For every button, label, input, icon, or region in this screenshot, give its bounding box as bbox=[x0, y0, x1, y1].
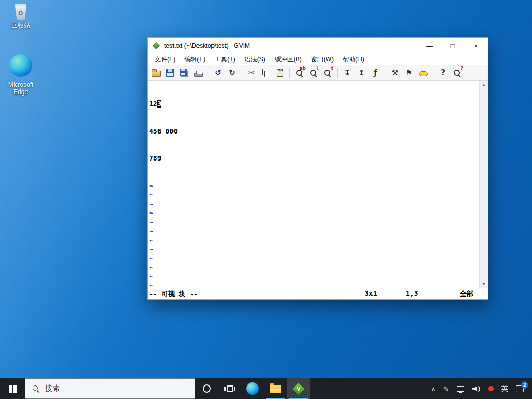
taskbar-search-box[interactable]: 搜索 bbox=[25, 378, 195, 399]
language-indicator[interactable]: 英 bbox=[501, 384, 508, 393]
buffer-line: 789 bbox=[149, 154, 478, 163]
close-button[interactable]: × bbox=[464, 38, 488, 54]
save-file-button[interactable] bbox=[164, 66, 177, 79]
run-script-icon: ƒ bbox=[374, 69, 377, 77]
minimize-button[interactable]: — bbox=[418, 38, 441, 54]
find-replace-overlay: ab bbox=[299, 66, 306, 71]
empty-line-tilde: ~ bbox=[149, 227, 478, 236]
find-prev-button[interactable]: ↑ bbox=[321, 66, 334, 79]
help-icon: ? bbox=[441, 69, 445, 77]
search-placeholder: 搜索 bbox=[45, 384, 60, 393]
menu-buffers[interactable]: 缓冲区(B) bbox=[270, 54, 307, 65]
tag-jump-button[interactable] bbox=[417, 66, 430, 79]
text-area[interactable]: 123 456 000 789 ~~~~~~~~~~~~~~~~~~~~ ▲ ▼ bbox=[148, 81, 488, 288]
find-help-button[interactable]: ? bbox=[450, 66, 463, 79]
toolbar-separator bbox=[208, 68, 208, 78]
start-button[interactable] bbox=[0, 378, 25, 399]
pen-tray-icon[interactable]: ✎ bbox=[443, 385, 449, 393]
empty-line-tilde: ~ bbox=[149, 208, 478, 218]
cortana-button[interactable] bbox=[195, 378, 218, 399]
toolbar-separator bbox=[337, 68, 338, 78]
save-file-icon bbox=[166, 69, 174, 77]
undo-icon: ↺ bbox=[215, 69, 221, 77]
scroll-position: 全部 bbox=[460, 289, 473, 299]
print-button[interactable] bbox=[192, 66, 205, 79]
make-icon: ⚒ bbox=[392, 69, 398, 77]
taskbar-explorer-button[interactable] bbox=[264, 378, 287, 399]
task-view-icon bbox=[227, 385, 233, 392]
paste-icon bbox=[277, 69, 283, 77]
menu-edit[interactable]: 编辑(E) bbox=[180, 54, 210, 65]
load-session-icon: ↧ bbox=[344, 69, 351, 77]
alert-tray-icon[interactable] bbox=[488, 386, 494, 391]
build-tags-button[interactable]: ⚑ bbox=[403, 66, 416, 79]
taskbar-edge-button[interactable] bbox=[241, 378, 264, 399]
window-title: test.txt (~\Desktop\test) - GVIM bbox=[164, 42, 418, 49]
desktop-icon-edge[interactable]: Microsoft Edge bbox=[4, 54, 37, 96]
cortana-icon bbox=[203, 384, 211, 393]
buffer[interactable]: 123 456 000 789 ~~~~~~~~~~~~~~~~~~~~ bbox=[149, 81, 478, 288]
load-session-button[interactable]: ↧ bbox=[341, 66, 354, 79]
toolbar: ↺↻✂ab↓↑↧↥ƒ⚒⚑?? bbox=[148, 65, 488, 81]
system-tray: ∧ ✎ 英 2 bbox=[431, 378, 532, 399]
edge-icon bbox=[246, 382, 259, 395]
tray-expand-icon[interactable]: ∧ bbox=[431, 385, 435, 392]
find-next-button[interactable]: ↓ bbox=[307, 66, 320, 79]
recycle-bin-label: 回收站 bbox=[4, 22, 37, 29]
save-session-icon: ↥ bbox=[358, 69, 365, 77]
menu-help[interactable]: 帮助(H) bbox=[338, 54, 369, 65]
empty-line-tilde: ~ bbox=[149, 218, 478, 227]
desktop-icon-recycle-bin[interactable]: ♻ 回收站 bbox=[4, 4, 37, 29]
desktop: ♻ 回收站 Microsoft Edge test.txt (~\Desktop… bbox=[0, 0, 532, 399]
taskbar: 搜索 V ∧ ✎ 英 2 bbox=[0, 378, 532, 399]
find-prev-icon: ↑ bbox=[323, 69, 332, 77]
titlebar[interactable]: test.txt (~\Desktop\test) - GVIM — □ × bbox=[148, 38, 488, 54]
redo-button[interactable]: ↻ bbox=[225, 66, 238, 79]
menu-window[interactable]: 窗口(W) bbox=[307, 54, 338, 65]
save-session-button[interactable]: ↥ bbox=[355, 66, 368, 79]
mode-indicator: -- 可视 块 -- bbox=[149, 289, 198, 299]
file-explorer-icon bbox=[270, 385, 281, 393]
empty-line-tilde: ~ bbox=[149, 254, 478, 263]
taskbar-gvim-button[interactable]: V bbox=[287, 378, 310, 399]
build-tags-icon: ⚑ bbox=[406, 69, 413, 77]
edge-icon bbox=[9, 54, 32, 77]
open-file-button[interactable] bbox=[150, 66, 163, 79]
save-all-button[interactable] bbox=[178, 66, 191, 79]
volume-icon[interactable] bbox=[472, 385, 481, 392]
tag-jump-icon bbox=[419, 71, 428, 76]
statusline: -- 可视 块 -- 3x1 1,3 全部 bbox=[148, 288, 488, 299]
task-view-button[interactable] bbox=[218, 378, 241, 399]
find-help-icon: ? bbox=[453, 69, 461, 77]
scroll-down-icon[interactable]: ▼ bbox=[480, 280, 488, 288]
scroll-up-icon[interactable]: ▲ bbox=[480, 81, 488, 89]
help-button[interactable]: ? bbox=[436, 66, 449, 79]
notification-badge: 2 bbox=[521, 381, 528, 389]
open-file-icon bbox=[152, 71, 161, 77]
vertical-scrollbar[interactable]: ▲ ▼ bbox=[479, 81, 488, 288]
menu-tools[interactable]: 工具(T) bbox=[210, 54, 240, 65]
menu-file[interactable]: 文件(F) bbox=[150, 54, 180, 65]
empty-line-tilde: ~ bbox=[149, 236, 478, 245]
print-icon bbox=[194, 73, 203, 77]
display-tray-icon[interactable] bbox=[457, 386, 464, 392]
empty-line-tilde: ~ bbox=[149, 272, 478, 282]
save-all-icon bbox=[180, 69, 187, 76]
copy-button[interactable] bbox=[259, 66, 272, 79]
make-button[interactable]: ⚒ bbox=[389, 66, 402, 79]
gvim-icon: V bbox=[291, 382, 305, 396]
maximize-button[interactable]: □ bbox=[441, 38, 464, 54]
run-script-button[interactable]: ƒ bbox=[369, 66, 382, 79]
paste-button[interactable] bbox=[273, 66, 286, 79]
vim-app-icon bbox=[153, 42, 160, 49]
undo-button[interactable]: ↺ bbox=[211, 66, 224, 79]
buffer-line: 123 bbox=[149, 99, 478, 109]
menu-syntax[interactable]: 语法(S) bbox=[240, 54, 270, 65]
action-center-button[interactable]: 2 bbox=[516, 385, 524, 392]
cut-icon: ✂ bbox=[248, 69, 255, 77]
edge-label: Microsoft Edge bbox=[4, 81, 37, 96]
find-prev-overlay: ↑ bbox=[330, 66, 334, 71]
cut-button[interactable]: ✂ bbox=[245, 66, 258, 79]
find-replace-button[interactable]: ab bbox=[293, 66, 306, 79]
toolbar-separator bbox=[433, 68, 433, 78]
